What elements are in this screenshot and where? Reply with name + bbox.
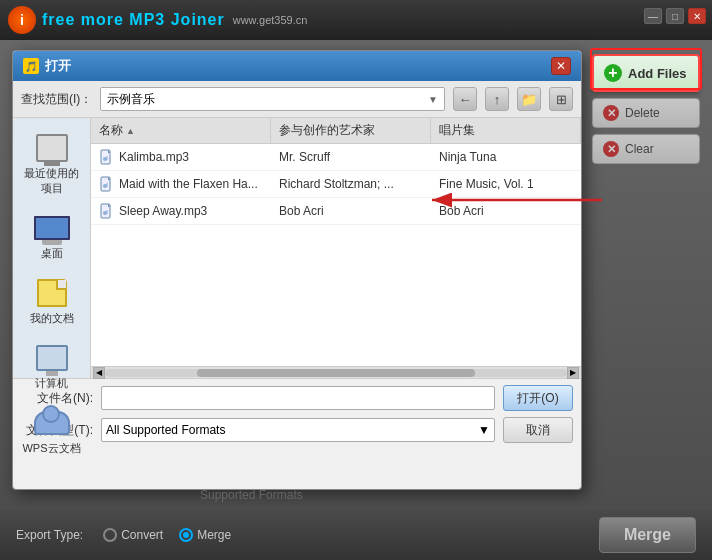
export-radio-group: Convert Merge <box>103 528 231 542</box>
nav-up-btn[interactable]: ↑ <box>485 87 509 111</box>
app-close-btn[interactable]: ✕ <box>688 8 706 24</box>
filename-input[interactable] <box>101 386 495 410</box>
sidebar-item-recent[interactable]: 最近使用的项目 <box>16 126 88 202</box>
nav-new-folder-btn[interactable]: 📁 <box>517 87 541 111</box>
sidebar-cloud-label: WPS云文档 <box>22 441 80 456</box>
dialog-title-left: 🎵 打开 <box>23 57 71 75</box>
filetype-combo-arrow: ▼ <box>478 423 490 437</box>
look-in-label: 查找范围(I)： <box>21 91 92 108</box>
app-background: i free more MP3 Joiner www.get359.cn — □… <box>0 0 712 560</box>
file-cell-album-2: Bob Acri <box>431 202 581 220</box>
file-list: Kalimba.mp3 Mr. Scruff Ninja Tuna <box>91 144 581 366</box>
svg-rect-5 <box>107 183 108 187</box>
music-file-icon-2 <box>99 203 115 219</box>
music-file-icon-1 <box>99 176 115 192</box>
file-list-header: 名称 参与创作的艺术家 唱片集 <box>91 118 581 144</box>
sidebar-item-desktop[interactable]: 桌面 <box>16 206 88 267</box>
filename-row: 文件名(N): 打开(O) <box>21 385 573 411</box>
plus-icon: + <box>604 64 622 82</box>
delete-icon: ✕ <box>603 105 619 121</box>
svg-point-7 <box>103 211 107 215</box>
radio-convert-circle <box>103 528 117 542</box>
radio-convert-label: Convert <box>121 528 163 542</box>
svg-point-4 <box>103 184 107 188</box>
cloud-icon <box>34 407 70 439</box>
export-type-label: Export Type: <box>16 528 83 542</box>
merge-button[interactable]: Merge <box>599 517 696 553</box>
dialog-close-btn[interactable]: ✕ <box>551 57 571 75</box>
table-row[interactable]: Sleep Away.mp3 Bob Acri Bob Acri <box>91 198 581 225</box>
dialog-footer: 文件名(N): 打开(O) 文件类型(T): All Supported For… <box>13 378 581 449</box>
delete-label: Delete <box>625 106 660 120</box>
file-open-dialog: 🎵 打开 ✕ 查找范围(I)： 示例音乐 ▼ ← ↑ 📁 ⊞ <box>12 50 582 490</box>
file-cell-name-2: Sleep Away.mp3 <box>91 201 271 221</box>
dialog-body: 最近使用的项目 桌面 我的文档 <box>13 118 581 378</box>
file-cell-artist-0: Mr. Scruff <box>271 148 431 166</box>
sidebar-docs-label: 我的文档 <box>30 311 74 326</box>
sidebar-item-docs[interactable]: 我的文档 <box>16 271 88 332</box>
file-cell-artist-2: Bob Acri <box>271 202 431 220</box>
app-minimize-btn[interactable]: — <box>644 8 662 24</box>
music-file-icon-0 <box>99 149 115 165</box>
folder-combo-arrow: ▼ <box>428 94 438 105</box>
sidebar-desktop-label: 桌面 <box>41 246 63 261</box>
desktop-icon <box>34 212 70 244</box>
dialog-titlebar: 🎵 打开 ✕ <box>13 51 581 81</box>
radio-merge-label: Merge <box>197 528 231 542</box>
computer-icon <box>34 342 70 374</box>
filename-label: 文件名(N): <box>21 390 93 407</box>
folder-combo[interactable]: 示例音乐 ▼ <box>100 87 445 111</box>
open-button[interactable]: 打开(O) <box>503 385 573 411</box>
docs-icon <box>34 277 70 309</box>
add-files-label: Add Files <box>628 66 687 81</box>
table-row[interactable]: Maid with the Flaxen Ha... Richard Stolt… <box>91 171 581 198</box>
app-logo: i <box>8 6 36 34</box>
filetype-combo-text: All Supported Formats <box>106 423 225 437</box>
delete-button[interactable]: ✕ Delete <box>592 98 700 128</box>
file-list-scrollbar[interactable]: ◀ ▶ <box>91 366 581 378</box>
scroll-right-btn[interactable]: ▶ <box>567 367 579 379</box>
radio-merge[interactable]: Merge <box>179 528 231 542</box>
nav-back-btn[interactable]: ← <box>453 87 477 111</box>
app-title: free more MP3 Joiner <box>42 11 225 29</box>
scroll-thumb[interactable] <box>197 369 474 377</box>
dialog-folder-icon: 🎵 <box>23 58 39 74</box>
svg-rect-2 <box>107 156 108 160</box>
scroll-left-btn[interactable]: ◀ <box>93 367 105 379</box>
file-list-area: 名称 参与创作的艺术家 唱片集 <box>91 118 581 378</box>
file-cell-album-1: Fine Music, Vol. 1 <box>431 175 581 193</box>
file-cell-name-1: Maid with the Flaxen Ha... <box>91 174 271 194</box>
clear-button[interactable]: ✕ Clear <box>592 134 700 164</box>
file-cell-artist-1: Richard Stoltzman; ... <box>271 175 431 193</box>
clear-label: Clear <box>625 142 654 156</box>
col-header-name[interactable]: 名称 <box>91 118 271 143</box>
dialog-sidebar: 最近使用的项目 桌面 我的文档 <box>13 118 91 378</box>
add-files-button[interactable]: + Add Files <box>592 54 700 92</box>
svg-point-1 <box>103 157 107 161</box>
clear-icon: ✕ <box>603 141 619 157</box>
filetype-combo[interactable]: All Supported Formats ▼ <box>101 418 495 442</box>
folder-combo-text: 示例音乐 <box>107 91 155 108</box>
scroll-track <box>105 369 567 377</box>
app-maximize-btn[interactable]: □ <box>666 8 684 24</box>
col-header-album[interactable]: 唱片集 <box>431 118 581 143</box>
cancel-button[interactable]: 取消 <box>503 417 573 443</box>
file-cell-album-0: Ninja Tuna <box>431 148 581 166</box>
bottom-bar: Export Type: Convert Merge Merge <box>0 510 712 560</box>
sidebar-recent-label: 最近使用的项目 <box>20 166 84 196</box>
recent-icon <box>34 132 70 164</box>
filetype-row: 文件类型(T): All Supported Formats ▼ 取消 <box>21 417 573 443</box>
col-header-artist[interactable]: 参与创作的艺术家 <box>271 118 431 143</box>
svg-rect-8 <box>107 210 108 214</box>
file-cell-name: Kalimba.mp3 <box>91 147 271 167</box>
supported-formats-label: Supported Formats <box>200 488 303 502</box>
app-win-controls: — □ ✕ <box>644 8 706 24</box>
table-row[interactable]: Kalimba.mp3 Mr. Scruff Ninja Tuna <box>91 144 581 171</box>
dialog-title-text: 打开 <box>45 57 71 75</box>
app-subtitle: www.get359.cn <box>233 14 308 26</box>
nav-view-btn[interactable]: ⊞ <box>549 87 573 111</box>
app-titlebar: i free more MP3 Joiner www.get359.cn — □… <box>0 0 712 40</box>
dialog-toolbar: 查找范围(I)： 示例音乐 ▼ ← ↑ 📁 ⊞ <box>13 81 581 118</box>
radio-merge-circle <box>179 528 193 542</box>
radio-convert[interactable]: Convert <box>103 528 163 542</box>
